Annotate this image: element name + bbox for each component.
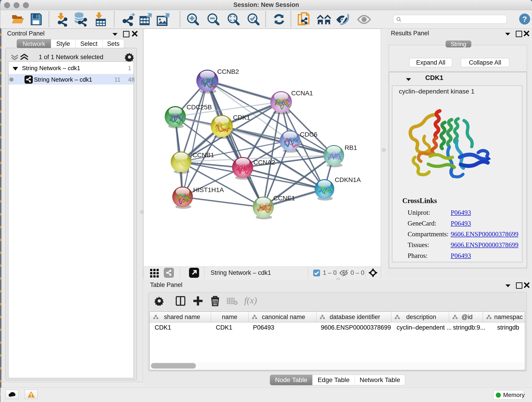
svg-text:CCNB1: CCNB1 xyxy=(192,152,214,159)
svg-text:CDK1: CDK1 xyxy=(233,114,250,121)
svg-text:CDC25B: CDC25B xyxy=(186,104,212,111)
svg-text:CCNA1: CCNA1 xyxy=(291,89,313,97)
svg-text:RB1: RB1 xyxy=(345,144,357,151)
svg-text:CDC6: CDC6 xyxy=(300,131,317,138)
svg-text:CCNE1: CCNE1 xyxy=(273,195,295,202)
svg-text:CCNA2: CCNA2 xyxy=(253,159,275,166)
svg-text:HIST1H1A: HIST1H1A xyxy=(193,186,224,193)
svg-text:CCNB2: CCNB2 xyxy=(217,68,239,75)
svg-text:CDKN1A: CDKN1A xyxy=(335,176,361,183)
